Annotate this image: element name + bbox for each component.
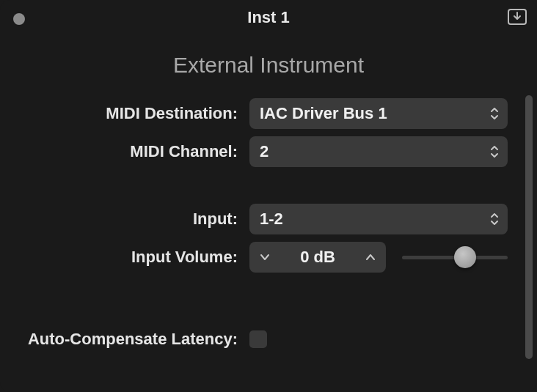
plugin-title: External Instrument [0,53,537,78]
midi-channel-select[interactable]: 2 [249,136,508,167]
input-volume-label: Input Volume: [22,248,242,267]
midi-destination-select[interactable]: IAC Driver Bus 1 [249,98,508,129]
midi-destination-row: MIDI Destination: IAC Driver Bus 1 [22,98,508,129]
updown-icon [490,144,499,159]
updown-icon [490,212,499,226]
midi-channel-value: 2 [260,142,268,161]
input-row: Input: 1-2 [22,204,508,234]
midi-channel-row: MIDI Channel: 2 [22,136,508,167]
chevron-up-icon[interactable] [365,251,376,264]
content-area: MIDI Destination: IAC Driver Bus 1 MIDI … [0,98,537,349]
input-volume-row: Input Volume: 0 dB [22,242,508,273]
preset-download-icon[interactable] [508,9,527,25]
auto-latency-row: Auto-Compensate Latency: [22,330,508,349]
scrollbar[interactable] [525,95,533,359]
track-title: Inst 1 [247,8,289,27]
midi-channel-label: MIDI Channel: [22,142,242,161]
input-volume-value: 0 dB [300,248,335,267]
chevron-down-icon[interactable] [260,251,270,264]
midi-destination-value: IAC Driver Bus 1 [260,104,387,123]
auto-latency-label: Auto-Compensate Latency: [22,330,242,349]
input-volume-stepper[interactable]: 0 dB [249,242,386,273]
updown-icon [490,106,499,121]
close-dot[interactable] [13,13,25,25]
plugin-panel: Inst 1 External Instrument MIDI Destinat… [0,0,537,392]
midi-destination-label: MIDI Destination: [22,104,242,123]
input-value: 1-2 [260,210,283,229]
auto-latency-checkbox[interactable] [249,330,267,348]
input-label: Input: [22,210,242,229]
input-volume-slider[interactable] [402,242,508,273]
titlebar: Inst 1 [0,0,537,35]
slider-thumb[interactable] [454,246,476,268]
input-select[interactable]: 1-2 [249,204,508,234]
